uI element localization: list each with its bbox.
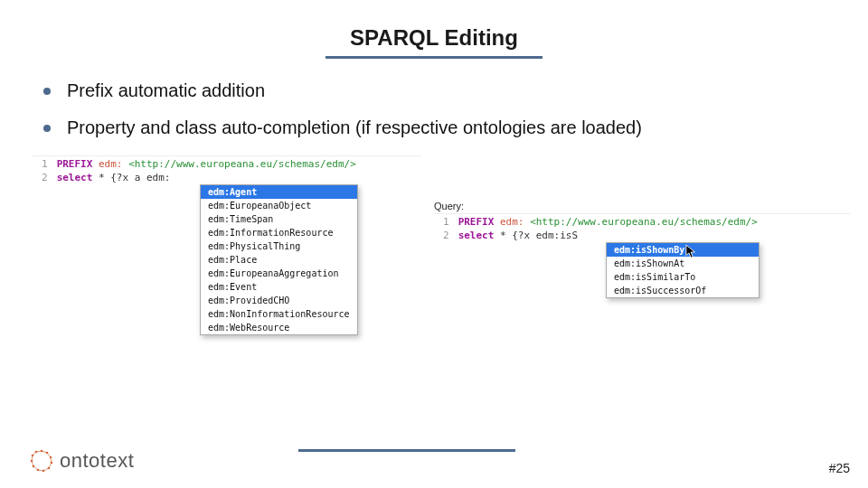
svg-line-11 — [42, 451, 47, 453]
bullet-text: Property and class auto-completion (if r… — [67, 117, 642, 138]
line-number: 1 — [42, 157, 48, 171]
title-underline — [326, 56, 542, 59]
list-item: Property and class auto-completion (if r… — [43, 117, 868, 138]
query-label: Query: — [434, 201, 850, 211]
list-item: Prefix automatic addition — [43, 80, 868, 101]
svg-line-17 — [33, 466, 38, 470]
autocomplete-option[interactable]: edm:isSimilarTo — [607, 270, 759, 284]
line-gutter: 1 2 — [434, 214, 455, 243]
keyword: PREFIX — [458, 216, 495, 228]
page-number: #25 — [829, 461, 850, 475]
query-text: * {?x edm:isS — [494, 230, 578, 241]
bullet-icon — [43, 88, 51, 95]
autocomplete-option[interactable]: edm:ProvidedCHO — [201, 294, 357, 307]
ontotext-logo: ontotext — [29, 448, 134, 474]
line-number: 2 — [42, 171, 48, 184]
slide-title: SPARQL Editing — [0, 25, 868, 51]
keyword: PREFIX — [57, 158, 93, 170]
svg-line-15 — [43, 468, 49, 471]
keyword: select — [458, 230, 495, 241]
line-number: 2 — [443, 229, 449, 242]
svg-line-12 — [47, 453, 51, 457]
prefix: edm: — [500, 216, 524, 228]
code-block[interactable]: 1 2 PREFIX edm: <http://www.europeana.eu… — [33, 155, 421, 185]
autocomplete-option[interactable]: edm:NonInformationResource — [201, 307, 357, 321]
prefix: edm: — [99, 158, 123, 170]
autocomplete-option[interactable]: edm:isShownBy — [607, 243, 759, 257]
sparql-editor-classes: 1 2 PREFIX edm: <http://www.europeana.eu… — [33, 155, 421, 185]
autocomplete-option[interactable]: edm:isShownAt — [607, 257, 759, 270]
autocomplete-option[interactable]: edm:PhysicalThing — [201, 239, 357, 253]
bullet-icon — [43, 125, 51, 132]
code-block[interactable]: 1 2 PREFIX edm: <http://www.europeana.eu… — [434, 213, 850, 243]
svg-line-18 — [32, 461, 33, 466]
autocomplete-option[interactable]: edm:WebResource — [201, 321, 357, 334]
autocomplete-option[interactable]: edm:Place — [201, 253, 357, 267]
code-content[interactable]: PREFIX edm: <http://www.europeana.eu/sch… — [455, 214, 761, 243]
autocomplete-dropdown[interactable]: edm:isShownBy edm:isShownAt edm:isSimila… — [606, 242, 760, 298]
uri: <http://www.europeana.eu/schemas/edm/> — [128, 158, 356, 170]
bullet-text: Prefix automatic addition — [67, 80, 265, 101]
logo-icon — [29, 448, 54, 474]
line-gutter: 1 2 — [33, 156, 53, 185]
cursor-icon — [685, 244, 698, 260]
uri: <http://www.europeana.eu/schemas/edm/> — [530, 216, 758, 228]
bullet-list: Prefix automatic addition Property and c… — [43, 80, 868, 138]
autocomplete-option[interactable]: edm:EuropeanaObject — [201, 199, 357, 212]
query-text: * {?x a edm: — [92, 172, 170, 183]
autocomplete-option[interactable]: edm:Agent — [201, 185, 357, 199]
footer-divider — [298, 449, 515, 452]
code-content[interactable]: PREFIX edm: <http://www.europeana.eu/sch… — [53, 156, 360, 185]
autocomplete-dropdown[interactable]: edm:Agent edm:EuropeanaObject edm:TimeSp… — [200, 184, 358, 335]
line-number: 1 — [443, 215, 449, 229]
logo-text: ontotext — [60, 449, 134, 473]
svg-line-14 — [49, 463, 52, 468]
sparql-editor-properties: Query: 1 2 PREFIX edm: <http://www.europ… — [434, 201, 850, 243]
svg-line-20 — [33, 452, 36, 455]
autocomplete-option[interactable]: edm:Event — [201, 280, 357, 294]
autocomplete-option[interactable]: edm:InformationResource — [201, 226, 357, 239]
autocomplete-option[interactable]: edm:TimeSpan — [201, 212, 357, 226]
autocomplete-option[interactable]: edm:isSuccessorOf — [607, 284, 759, 297]
autocomplete-option[interactable]: edm:EuropeanaAggregation — [201, 267, 357, 280]
keyword: select — [57, 172, 93, 183]
